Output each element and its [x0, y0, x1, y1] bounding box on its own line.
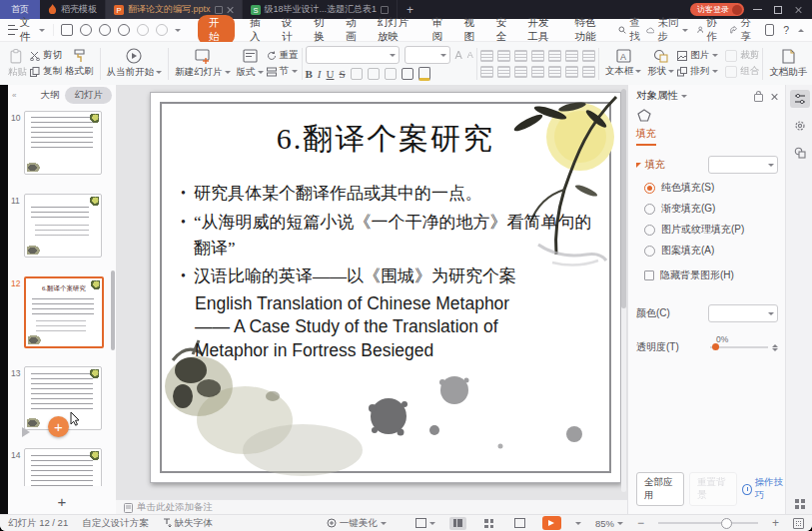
shrink-font-button[interactable]: A	[467, 50, 473, 60]
slide-body-text[interactable]: 研究具体某个翻译作品或其中的一点。 “从海明威的短篇小说《一个干净的地方》看简单…	[181, 181, 594, 362]
add-slide-button[interactable]: +	[8, 493, 116, 510]
tab-close-icon[interactable]	[227, 6, 234, 13]
undo-icon[interactable]	[137, 24, 149, 36]
file-menu[interactable]: 文件	[0, 16, 53, 44]
section-button[interactable]: 节	[267, 65, 299, 78]
apply-all-button[interactable]: 全部应用	[636, 472, 684, 506]
slides-tab[interactable]: 幻灯片	[65, 87, 112, 104]
align-right-icon[interactable]	[514, 66, 527, 78]
bold-button[interactable]: B	[306, 68, 313, 80]
columns-icon[interactable]	[582, 50, 595, 62]
new-slide-button[interactable]: 新建幻灯片	[172, 48, 234, 80]
tab-preview-icon[interactable]	[215, 6, 223, 14]
font-name-select[interactable]	[306, 46, 400, 64]
shapes-pane-icon[interactable]	[790, 144, 810, 162]
tab-insert[interactable]: 插入	[248, 15, 267, 45]
tab-developer[interactable]: 开发工具	[525, 15, 559, 45]
transparency-slider[interactable]: 0%	[710, 346, 768, 348]
hide-background-checkbox[interactable]: 隐藏背景图形(H)	[628, 258, 786, 282]
tab-view[interactable]: 视图	[461, 15, 480, 45]
align-text-icon[interactable]	[565, 66, 578, 78]
option-picture-texture-fill[interactable]: 图片或纹理填充(P)	[628, 216, 786, 237]
option-solid-fill[interactable]: 纯色填充(S)	[628, 174, 786, 195]
notes-bar[interactable]: 单击此处添加备注	[116, 499, 635, 515]
cut-button[interactable]: 剪切	[30, 49, 62, 62]
italic-button[interactable]: I	[318, 68, 322, 80]
gear-icon[interactable]	[790, 117, 810, 135]
doc-assistant-button[interactable]: 文档助手	[766, 48, 810, 80]
collapse-ribbon-icon[interactable]	[798, 29, 804, 32]
underline-button[interactable]: U	[327, 68, 335, 80]
zoom-slider[interactable]	[658, 522, 758, 524]
tab-preview-icon[interactable]	[381, 6, 389, 14]
strikethrough-button[interactable]: S	[339, 68, 345, 80]
fill-type-select[interactable]	[708, 156, 778, 174]
numbering-icon[interactable]	[497, 50, 510, 62]
reset-background-button[interactable]: 重置背景	[689, 472, 737, 506]
section-collapse-icon[interactable]	[636, 163, 641, 168]
font-size-select[interactable]	[405, 46, 450, 64]
restore-button[interactable]	[774, 6, 782, 14]
align-center-icon[interactable]	[497, 66, 510, 78]
sidebar-scrollbar[interactable]	[111, 270, 115, 350]
bullets-icon[interactable]	[480, 50, 493, 62]
arrange-button[interactable]: 排列	[677, 65, 718, 78]
help-button[interactable]: ?	[783, 24, 789, 36]
find-button[interactable]: 查找	[618, 16, 646, 44]
slide-12[interactable]: 6.翻译个案研究 研究具体某个翻译作品或其中的一点。 “从海明威的短篇小说《一个…	[150, 92, 621, 483]
tab-animation[interactable]: 动画	[344, 15, 363, 45]
print-icon[interactable]	[80, 24, 92, 36]
transparency-stepper[interactable]	[772, 344, 778, 351]
slide-thumbnail-12-selected[interactable]: 12 6.翻译个案研究	[8, 276, 116, 352]
tab-slideshow[interactable]: 幻灯片放映	[376, 15, 416, 45]
outline-tab[interactable]: 大纲	[40, 89, 59, 102]
slider-handle[interactable]	[712, 343, 719, 350]
slideshow-play-button[interactable]	[542, 516, 561, 530]
collapse-pane-icon[interactable]: «	[12, 91, 16, 100]
line-spacing-icon[interactable]	[548, 50, 561, 62]
format-painter-button[interactable]: 格式刷	[62, 48, 97, 79]
guest-login-button[interactable]: 访客登录	[690, 3, 744, 16]
shapes-button[interactable]: 形状	[644, 48, 677, 79]
close-panel-icon[interactable]	[771, 93, 778, 100]
zoom-in-button[interactable]: +	[772, 516, 779, 530]
tab-transitions[interactable]: 切换	[312, 15, 331, 45]
paste-button[interactable]: 粘贴	[0, 48, 30, 80]
interface-switch-icon[interactable]	[765, 24, 774, 36]
close-window-button[interactable]	[795, 6, 802, 13]
reading-view-button[interactable]	[511, 517, 528, 530]
crop-button[interactable]: 裁剪	[725, 49, 759, 62]
justify-icon[interactable]	[531, 66, 544, 78]
missing-font-warning[interactable]: 缺失字体	[163, 517, 213, 530]
option-pattern-fill[interactable]: 图案填充(A)	[628, 237, 786, 258]
align-left-icon[interactable]	[480, 66, 493, 78]
design-scheme[interactable]: 自定义设计方案	[82, 517, 149, 530]
textbox-button[interactable]: A 文本框	[602, 48, 645, 79]
beautify-button[interactable]: 一键美化	[327, 517, 387, 530]
slide-canvas[interactable]: 6.翻译个案研究 研究具体某个翻译作品或其中的一点。 “从海明威的短篇小说《一个…	[116, 85, 627, 499]
slide-title[interactable]: 6.翻译个案研究	[151, 119, 620, 160]
redo-icon[interactable]	[156, 24, 168, 36]
history-icon[interactable]	[118, 24, 130, 36]
chevron-down-icon[interactable]	[575, 522, 581, 525]
preview-icon[interactable]	[99, 24, 111, 36]
tab-review[interactable]: 审阅	[429, 15, 448, 45]
tab-design[interactable]: 设计	[280, 15, 299, 45]
distribute-icon[interactable]	[548, 66, 561, 78]
layout-button[interactable]: 版式	[234, 48, 267, 80]
play-from-current-button[interactable]: 从当前开始	[104, 47, 166, 80]
font-color-button[interactable]	[418, 67, 430, 81]
convert-smartart-icon[interactable]	[582, 66, 595, 78]
reset-button[interactable]: 重置	[267, 49, 299, 62]
subscript-button[interactable]	[385, 68, 397, 80]
slide-thumbnail-11[interactable]: 11	[8, 194, 116, 262]
normal-view-button[interactable]	[449, 517, 466, 530]
fit-slide-icon[interactable]	[793, 518, 804, 529]
sync-status-button[interactable]: 未同步	[646, 16, 687, 44]
canvas-scrollbar[interactable]	[621, 89, 626, 492]
slide-sorter-button[interactable]	[480, 517, 497, 530]
slide-thumbnail-10[interactable]: 10	[8, 111, 116, 179]
grow-font-button[interactable]: A	[455, 49, 462, 61]
object-properties-icon[interactable]	[790, 90, 810, 108]
color-select[interactable]	[708, 304, 778, 322]
